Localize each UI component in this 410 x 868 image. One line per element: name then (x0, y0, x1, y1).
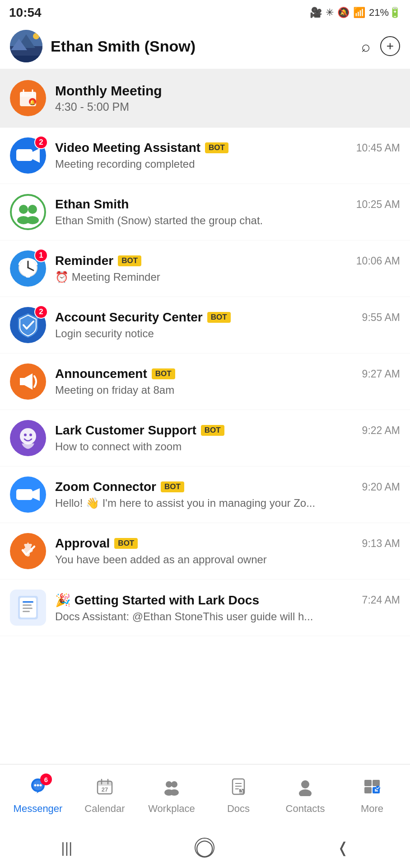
chat-row1: Approval BOT 9:13 AM (55, 536, 400, 551)
bot-badge: BOT (118, 255, 141, 266)
meeting-content: Monthly Meeting 4:30 - 5:00 PM (55, 83, 400, 113)
chat-time: 9:27 AM (362, 368, 400, 380)
chat-item-getting-started-lark-docs[interactable]: 🎉 Getting Started with Lark Docs 7:24 AM… (0, 580, 410, 636)
svg-point-63 (299, 789, 312, 796)
bot-badge: BOT (161, 481, 184, 492)
chat-preview: Meeting recording completed (55, 158, 335, 170)
nav-icon-messenger: 6 (28, 777, 47, 800)
svg-rect-49 (98, 781, 112, 786)
chat-item-lark-customer-support[interactable]: Lark Customer Support BOT 9:22 AM How to… (0, 410, 410, 467)
svg-point-45 (34, 784, 37, 787)
chat-time: 9:13 AM (362, 538, 400, 550)
chat-name: 🎉 Getting Started with Lark Docs (55, 593, 259, 608)
svg-point-20 (26, 216, 39, 224)
battery-text: 21%🔋 (369, 7, 401, 19)
avatar-wrap (10, 194, 46, 230)
avatar-wrap: 2 (10, 137, 46, 174)
svg-point-56 (170, 789, 179, 796)
main-header: Ethan Smith (Snow) ⌕ + (0, 24, 410, 69)
unread-badge: 2 (34, 136, 48, 149)
chat-item-announcement[interactable]: Announcement BOT 9:27 AM Meeting on frid… (0, 354, 410, 410)
nav-label-contacts: Contacts (286, 803, 325, 815)
chat-time: 9:22 AM (362, 425, 400, 437)
nav-badge-messenger: 6 (40, 774, 52, 785)
avatar-wrap: 2 (10, 307, 46, 343)
wifi-icon: 📶 (353, 7, 365, 19)
chat-content: Video Meeting Assistant BOT 10:45 AM Mee… (55, 141, 400, 170)
chat-row1: Ethan Smith 10:25 AM (55, 197, 400, 212)
nav-label-more: More (361, 803, 383, 815)
svg-rect-4 (10, 56, 42, 62)
recents-button[interactable]: ||| (61, 840, 72, 856)
header-title: Ethan Smith (Snow) (51, 38, 361, 55)
chat-item-zoom-connector[interactable]: Zoom Connector BOT 9:20 AM Hello! 👋 I'm … (0, 467, 410, 523)
chat-content: Zoom Connector BOT 9:20 AM Hello! 👋 I'm … (55, 480, 400, 509)
camera-icon: 🎥 (310, 7, 322, 19)
nav-label-calendar: Calendar (84, 803, 125, 815)
chat-preview: How to connect with zoom (55, 440, 335, 453)
nav-item-more[interactable]: More (339, 773, 405, 819)
chat-name: Approval BOT (55, 536, 138, 551)
svg-point-54 (171, 781, 177, 788)
svg-point-47 (40, 784, 42, 787)
nav-icon-contacts (296, 777, 315, 800)
nav-item-docs[interactable]: Docs (205, 773, 272, 819)
chat-preview: You have been added as an approval owner (55, 553, 335, 566)
status-bar: 10:54 🎥 ✳ 🔕 📶 21%🔋 (0, 0, 410, 24)
svg-rect-42 (23, 611, 30, 612)
nav-item-messenger[interactable]: 6 Messenger (5, 773, 71, 819)
chat-time: 10:25 AM (356, 198, 400, 211)
meeting-banner[interactable]: 🔔 Monthly Meeting 4:30 - 5:00 PM (0, 69, 410, 127)
svg-point-53 (166, 781, 172, 788)
svg-point-30 (24, 434, 27, 436)
search-icon[interactable]: ⌕ (361, 38, 370, 55)
system-nav: ||| ◯ ❬ (0, 827, 410, 868)
nav-item-calendar[interactable]: 27 Calendar (71, 773, 138, 819)
chat-row1: Account Security Center BOT 9:55 AM (55, 310, 400, 325)
header-actions: ⌕ + (361, 36, 400, 56)
user-avatar[interactable] (10, 30, 42, 62)
svg-point-16 (11, 195, 45, 229)
avatar-wrap: 1 (10, 250, 46, 287)
chat-time: 9:20 AM (362, 481, 400, 493)
chat-preview: Meeting on friday at 8am (55, 384, 335, 396)
nav-icon-more (363, 777, 382, 800)
chat-time: 9:55 AM (362, 311, 400, 324)
avatar-wrap (10, 420, 46, 456)
silent-icon: 🔕 (337, 7, 349, 19)
chat-row1: Video Meeting Assistant BOT 10:45 AM (55, 141, 400, 155)
svg-rect-41 (23, 608, 33, 609)
chat-item-reminder[interactable]: 1 Reminder BOT 10:06 AM ⏰ Meeting Remind… (0, 241, 410, 297)
chat-row1: Zoom Connector BOT 9:20 AM (55, 480, 400, 494)
status-icons: 🎥 ✳ 🔕 📶 21%🔋 (310, 7, 401, 19)
chat-time: 10:06 AM (356, 255, 400, 267)
nav-icon-docs (229, 777, 248, 800)
chat-item-approval[interactable]: Approval BOT 9:13 AM You have been added… (0, 523, 410, 580)
chat-item-video-meeting-assistant[interactable]: 2 Video Meeting Assistant BOT 10:45 AM M… (0, 127, 410, 184)
avatar-wrap (10, 533, 46, 569)
svg-rect-33 (16, 489, 33, 500)
nav-item-contacts[interactable]: Contacts (272, 773, 339, 819)
back-button[interactable]: ❬ (337, 839, 349, 856)
chat-row1: Announcement BOT 9:27 AM (55, 367, 400, 381)
bot-badge: BOT (207, 312, 231, 323)
chat-content: Lark Customer Support BOT 9:22 AM How to… (55, 423, 400, 453)
svg-text:27: 27 (102, 786, 108, 793)
chat-list: 2 Video Meeting Assistant BOT 10:45 AM M… (0, 127, 410, 758)
chat-preview: ⏰ Meeting Reminder (55, 271, 335, 283)
home-button[interactable]: ◯ (195, 838, 214, 858)
chat-content: 🎉 Getting Started with Lark Docs 7:24 AM… (55, 593, 400, 623)
avatar-wrap (10, 476, 46, 513)
avatar-wrap (10, 363, 46, 400)
nav-item-workplace[interactable]: Workplace (138, 773, 205, 819)
add-icon[interactable]: + (380, 36, 400, 56)
chat-item-ethan-smith-group[interactable]: Ethan Smith 10:25 AM Ethan Smith (Snow) … (0, 184, 410, 241)
chat-item-account-security-center[interactable]: 2 Account Security Center BOT 9:55 AM Lo… (0, 297, 410, 354)
svg-point-18 (28, 205, 37, 214)
svg-point-31 (29, 434, 32, 436)
bottom-nav: 6 Messenger 27 Calendar Workplace (0, 764, 410, 827)
nav-icon-workplace (162, 777, 181, 800)
chat-name: Ethan Smith (55, 197, 129, 212)
svg-rect-66 (364, 787, 372, 793)
chat-preview: Hello! 👋 I'm here to assist you in manag… (55, 497, 335, 509)
